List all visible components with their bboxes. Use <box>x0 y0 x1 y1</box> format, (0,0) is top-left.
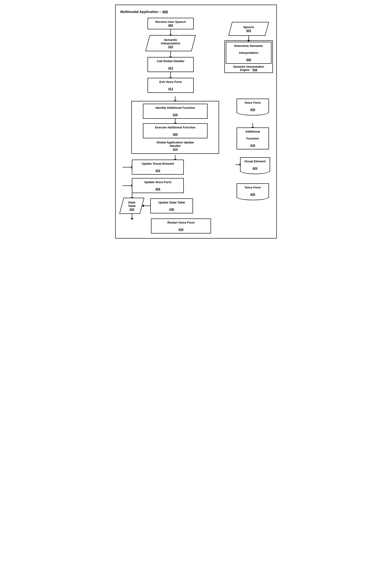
visual-element-box: Visual Element 424 <box>240 157 270 172</box>
right-column: Speech 404 Determine Semantic Interpreta… <box>221 18 272 73</box>
arrow-voice-to-state <box>132 193 132 198</box>
state-table-para: State Table 432 <box>122 198 142 214</box>
call-global-handler-box: Call Global Handler 412 <box>148 57 194 72</box>
arrow-to-speech: Speech 404 <box>230 22 267 36</box>
additional-function-box: Additional Function 418 <box>237 128 269 149</box>
restart-voice-form-box: Restart Voice Form 434 <box>151 219 211 234</box>
top-section: Receive User Speech 402 Semantic Interpr… <box>120 18 272 93</box>
identify-additional-box: Identify Additional Function 416 <box>143 104 208 119</box>
semantic-interpretation-para: Semantic Interpretation 410 <box>148 35 194 51</box>
arrow-state-to-restart <box>132 214 132 219</box>
exit-voice-form-box: Exit Voice Form 413 <box>148 78 194 93</box>
voice-form-428-top-box: Voice Form 428 <box>237 99 269 113</box>
left-column: Receive User Speech 402 Semantic Interpr… <box>120 18 221 93</box>
arrow-voice-to-additional <box>252 123 253 128</box>
arrow-identify-to-execute <box>175 119 176 123</box>
arrow-to-visual-element <box>236 164 240 165</box>
update-visual-element-box: Update Visual Element 422 <box>132 160 184 175</box>
page: Multimodal Application ~ 400 Receive Use… <box>115 5 277 239</box>
arrow-receive-to-semantic <box>170 29 171 35</box>
arrow-state-table-left <box>143 206 150 206</box>
arrow-semantic-to-call <box>170 51 171 57</box>
arrow-call-to-exit <box>170 72 171 78</box>
arrow-left-to-update-voice <box>122 185 132 186</box>
page-title: Multimodal Application ~ 400 <box>120 10 272 14</box>
update-voice-form-box: Update Voice Form 426 <box>132 178 184 193</box>
semantic-engine-outer: Determine Semantic Interpretation 406 Se… <box>224 41 273 73</box>
receive-user-speech-box: Receive User Speech 402 <box>148 18 194 29</box>
arrow-speech-down <box>248 36 249 41</box>
middle-section: Identify Additional Function 416 Execute… <box>120 96 272 154</box>
voice-form-428-bottom-box: Voice Form 428 <box>237 183 269 198</box>
global-application-update-handler-box: Identify Additional Function 416 Execute… <box>131 101 219 154</box>
diagram: Receive User Speech 402 Semantic Interpr… <box>120 18 272 234</box>
speech-para: Speech 404 <box>230 22 267 36</box>
arrow-exit-to-global <box>175 96 176 101</box>
determine-semantic-box: Determine Semantic Interpretation 406 <box>226 42 272 64</box>
arrow-handler-to-update-visual <box>175 155 176 160</box>
update-state-table-box: Update State Table 430 <box>150 198 193 213</box>
execute-additional-box: Execute Additional Function 420 <box>143 123 208 138</box>
bottom-section: Update Visual Element 422 Update Voice F… <box>120 155 272 234</box>
semantic-engine-label: Semantic Interpretation Engine ~ 408 <box>226 65 272 72</box>
arrow-left-to-update-visual <box>122 167 132 167</box>
global-handler-label: Global Application Update Handler 414 <box>134 141 216 151</box>
